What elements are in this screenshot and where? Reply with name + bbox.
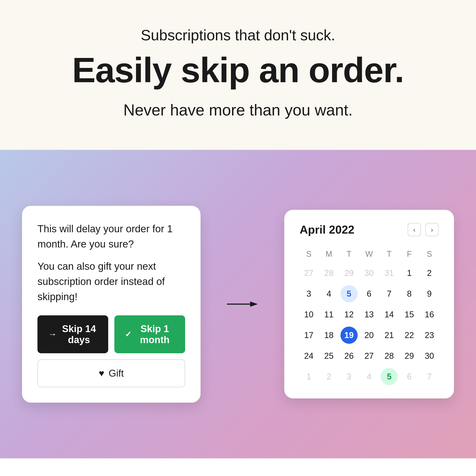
calendar-day-cell[interactable]: 11 xyxy=(320,306,337,323)
heart-icon: ♥ xyxy=(99,368,104,379)
calendar-day-cell[interactable]: 22 xyxy=(401,327,418,344)
calendar-day-cell[interactable]: 16 xyxy=(421,306,438,323)
calendar-day-cell[interactable]: 20 xyxy=(360,327,378,344)
calendar-day-cell[interactable]: 26 xyxy=(340,347,358,364)
tagline: Never have more than you want. xyxy=(18,101,458,119)
calendar-day-header: T xyxy=(340,247,358,261)
calendar-day-cell[interactable]: 4 xyxy=(320,285,337,302)
skip-1-month-button[interactable]: ✓ Skip 1 month xyxy=(114,315,185,353)
calendar-day-cell[interactable]: 4 xyxy=(360,368,378,385)
calendar-day-cell[interactable]: 15 xyxy=(401,306,418,323)
calendar-day-cell[interactable]: 7 xyxy=(381,285,398,302)
main-title: Easily skip an order. xyxy=(18,52,458,88)
skip-days-label: Skip 14 days xyxy=(60,323,98,345)
calendar-day-cell[interactable]: 29 xyxy=(340,264,358,282)
dialog-text: This will delay your order for 1 month. … xyxy=(37,221,185,304)
calendar-nav: ‹ › xyxy=(408,223,439,236)
dialog-card: This will delay your order for 1 month. … xyxy=(22,206,201,403)
calendar-grid: SMTWTFS272829303112345678910111213141516… xyxy=(300,247,439,385)
check-icon: ✓ xyxy=(125,330,132,339)
calendar-day-cell[interactable]: 28 xyxy=(320,264,337,282)
calendar-day-cell[interactable]: 1 xyxy=(300,368,317,385)
calendar-day-cell[interactable]: 7 xyxy=(421,368,438,385)
calendar-day-cell[interactable]: 17 xyxy=(300,327,317,344)
calendar-day-cell[interactable]: 2 xyxy=(320,368,337,385)
button-row: → Skip 14 days ✓ Skip 1 month xyxy=(37,315,185,353)
calendar-day-cell[interactable]: 19 xyxy=(340,327,358,344)
top-section: Subscriptions that don't suck. Easily sk… xyxy=(0,0,476,150)
calendar-day-cell[interactable]: 6 xyxy=(401,368,418,385)
calendar-header: April 2022 ‹ › xyxy=(300,223,439,236)
calendar-day-cell[interactable]: 3 xyxy=(340,368,358,385)
dialog-line2: You can also gift your next subscription… xyxy=(37,259,185,304)
svg-marker-1 xyxy=(250,302,258,307)
calendar-day-cell[interactable]: 29 xyxy=(401,347,418,364)
gift-label: Gift xyxy=(109,368,124,379)
calendar-day-cell[interactable]: 6 xyxy=(360,285,378,302)
calendar-day-cell[interactable]: 18 xyxy=(320,327,337,344)
calendar-day-cell[interactable]: 8 xyxy=(401,285,418,302)
calendar-next-button[interactable]: › xyxy=(425,223,439,236)
arrow-container xyxy=(227,300,258,308)
calendar-day-cell[interactable]: 23 xyxy=(421,327,438,344)
calendar-day-cell[interactable]: 5 xyxy=(340,285,358,302)
subtitle: Subscriptions that don't suck. xyxy=(18,26,458,44)
calendar-day-header: F xyxy=(400,247,419,261)
dialog-line1: This will delay your order for 1 month. … xyxy=(37,221,185,252)
calendar-day-header: T xyxy=(380,247,398,261)
calendar-card: April 2022 ‹ › SMTWTFS272829303112345678… xyxy=(284,210,454,398)
calendar-day-header: M xyxy=(320,247,338,261)
calendar-day-header: S xyxy=(300,247,318,261)
calendar-day-cell[interactable]: 5 xyxy=(381,368,398,385)
bottom-section: This will delay your order for 1 month. … xyxy=(0,150,476,458)
calendar-day-cell[interactable]: 28 xyxy=(381,347,398,364)
calendar-day-header: S xyxy=(420,247,439,261)
calendar-day-cell[interactable]: 3 xyxy=(300,285,317,302)
calendar-day-cell[interactable]: 24 xyxy=(300,347,317,364)
calendar-day-cell[interactable]: 21 xyxy=(381,327,398,344)
calendar-prev-button[interactable]: ‹ xyxy=(408,223,421,236)
skip-14-days-button[interactable]: → Skip 14 days xyxy=(37,315,108,353)
skip-month-label: Skip 1 month xyxy=(135,323,174,345)
calendar-day-cell[interactable]: 27 xyxy=(360,347,378,364)
calendar-day-cell[interactable]: 9 xyxy=(421,285,438,302)
calendar-day-cell[interactable]: 31 xyxy=(381,264,398,282)
calendar-day-cell[interactable]: 13 xyxy=(360,306,378,323)
calendar-day-cell[interactable]: 30 xyxy=(421,347,438,364)
calendar-day-cell[interactable]: 30 xyxy=(360,264,378,282)
calendar-month-title: April 2022 xyxy=(300,223,355,236)
forward-arrow-icon xyxy=(227,300,258,308)
calendar-day-cell[interactable]: 14 xyxy=(381,306,398,323)
arrow-right-icon: → xyxy=(48,329,57,339)
calendar-day-cell[interactable]: 2 xyxy=(421,264,438,282)
gift-button[interactable]: ♥ Gift xyxy=(37,359,185,387)
calendar-day-cell[interactable]: 25 xyxy=(320,347,337,364)
calendar-day-cell[interactable]: 27 xyxy=(300,264,317,282)
calendar-day-header: W xyxy=(360,247,378,261)
calendar-day-cell[interactable]: 12 xyxy=(340,306,358,323)
calendar-day-cell[interactable]: 1 xyxy=(401,264,418,282)
calendar-day-cell[interactable]: 10 xyxy=(300,306,317,323)
